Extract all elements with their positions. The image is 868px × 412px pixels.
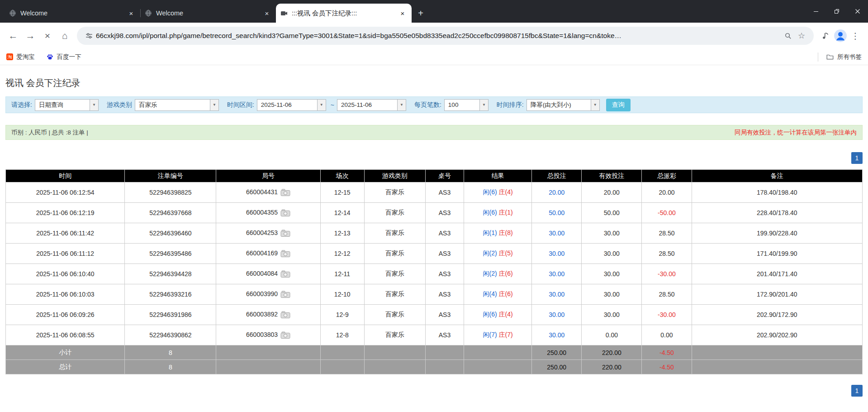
browser-menu-icon[interactable]: ⋮: [847, 28, 863, 44]
all-bookmarks[interactable]: 所有书签: [818, 53, 862, 62]
back-button[interactable]: ←: [5, 27, 22, 44]
total-bet-link[interactable]: 30.00: [532, 264, 582, 284]
tab-close-icon[interactable]: ×: [127, 9, 136, 18]
cell-bet-id: 522946398825: [125, 182, 216, 203]
total-payout: -4.50: [642, 360, 692, 374]
media-controls-icon[interactable]: [817, 28, 834, 44]
tab-title: Welcome: [20, 10, 123, 17]
replay-video-icon[interactable]: [280, 230, 290, 237]
site-info-icon[interactable]: [82, 29, 96, 43]
date-from-value: 2025-11-06: [257, 100, 317, 110]
round-number: 660004431: [246, 188, 278, 196]
cell-valid-bet: 0.00: [582, 325, 642, 345]
page-1-button[interactable]: 1: [851, 152, 863, 164]
game-type-select[interactable]: 百家乐 ▼: [135, 99, 219, 111]
bookmark-star-icon[interactable]: ☆: [795, 29, 808, 43]
page-size-select[interactable]: 100 ▼: [444, 99, 489, 111]
minimize-button[interactable]: [806, 0, 826, 23]
replay-video-icon[interactable]: [280, 311, 290, 319]
forward-button[interactable]: →: [22, 27, 39, 44]
cell-game: 百家乐: [364, 284, 425, 305]
replay-video-icon[interactable]: [280, 291, 290, 298]
filter-label-page-size: 每页笔数:: [414, 101, 441, 109]
aitaobao-favicon-icon: 淘: [6, 53, 13, 60]
chevron-down-icon: ▼: [90, 100, 98, 110]
query-type-select[interactable]: 日期查询 ▼: [35, 99, 99, 111]
new-tab-button[interactable]: +: [413, 6, 428, 20]
home-button[interactable]: ⌂: [56, 27, 73, 44]
total-bet-link[interactable]: 30.00: [532, 244, 582, 264]
tab-bet-records-active[interactable]: :::视讯 会员下注纪录::: ×: [276, 4, 412, 23]
total-bet-link[interactable]: 50.00: [532, 203, 582, 223]
search-button[interactable]: 查询: [606, 99, 631, 111]
cell-remark: 228.40/178.40: [692, 203, 862, 223]
close-button[interactable]: [847, 0, 868, 23]
tab-favicon-camera-icon: [280, 10, 288, 17]
col-bet-id: 注单编号: [125, 170, 216, 182]
total-bet-link[interactable]: 30.00: [532, 325, 582, 345]
stop-loading-button[interactable]: ×: [39, 27, 56, 44]
page-1-button[interactable]: 1: [851, 385, 863, 397]
page-content: 视讯 会员下注纪录 请选择: 日期查询 ▼ 游戏类别 百家乐 ▼ 时间区间: 2…: [0, 65, 868, 397]
banker-result: 庄(7): [499, 331, 513, 338]
tab-welcome-1[interactable]: Welcome ×: [5, 4, 140, 23]
date-to-select[interactable]: 2025-11-06 ▼: [337, 99, 406, 111]
cell-payout: -30.00: [642, 305, 692, 325]
round-number: 660003892: [246, 311, 278, 318]
date-to-value: 2025-11-06: [337, 100, 397, 110]
cell-payout: -50.00: [642, 203, 692, 223]
cell-payout: 28.50: [642, 244, 692, 264]
cell-remark: 172.90/201.40: [692, 284, 862, 305]
table-row: 2025-11-06 06:12:19 522946397668 6600043…: [6, 203, 863, 223]
col-table: 桌号: [425, 170, 464, 182]
tab-close-icon[interactable]: ×: [262, 9, 271, 18]
query-type-value: 日期查询: [35, 100, 90, 110]
col-game: 游戏类别: [364, 170, 425, 182]
cell-payout: 0.00: [642, 325, 692, 345]
cell-bet-id: 522946393216: [125, 284, 216, 305]
profile-avatar[interactable]: [834, 29, 847, 43]
cell-bet-id: 522946391986: [125, 305, 216, 325]
pagination-bottom: 1: [5, 385, 863, 397]
banker-result: 庄(5): [499, 249, 513, 257]
filter-label-sort: 时间排序:: [497, 101, 524, 109]
bookmark-baidu[interactable]: 百度一下: [47, 53, 81, 61]
total-bet-link[interactable]: 30.00: [532, 305, 582, 325]
replay-video-icon[interactable]: [280, 209, 290, 217]
address-bar[interactable]: 66cxkj98.com/ipl/portal.php/game/betreco…: [77, 27, 814, 45]
total-bet-link[interactable]: 20.00: [532, 182, 582, 203]
cell-round: 660004169: [216, 244, 320, 264]
cell-round: 660003892: [216, 305, 320, 325]
cell-result: 闲(7) 庄(7): [464, 325, 532, 345]
replay-video-icon[interactable]: [280, 331, 290, 339]
cell-session: 12-10: [320, 284, 364, 305]
cell-time: 2025-11-06 06:12:54: [6, 182, 125, 203]
round-number: 660004355: [246, 209, 278, 216]
tab-title: :::视讯 会员下注纪录:::: [292, 9, 394, 18]
cell-payout: 28.50: [642, 223, 692, 244]
tab-close-icon[interactable]: ×: [398, 9, 407, 18]
sort-order-select[interactable]: 降幂(由大到小) ▼: [526, 99, 600, 111]
zoom-icon[interactable]: [781, 29, 795, 43]
cell-time: 2025-11-06 06:10:40: [6, 264, 125, 284]
replay-video-icon[interactable]: [280, 250, 290, 258]
cell-table: AS3: [425, 203, 464, 223]
cell-session: 12-14: [320, 203, 364, 223]
total-bet-link[interactable]: 30.00: [532, 284, 582, 305]
restore-button[interactable]: [826, 0, 847, 23]
pagination-top: 1: [5, 152, 863, 164]
bookmark-aitaobao[interactable]: 淘 爱淘宝: [6, 53, 35, 61]
table-row: 2025-11-06 06:10:40 522946394428 6600040…: [6, 264, 863, 284]
subtotal-count: 8: [125, 345, 216, 360]
date-range-separator: ~: [331, 101, 334, 109]
col-result: 结果: [464, 170, 532, 182]
replay-video-icon[interactable]: [280, 189, 290, 196]
cell-round: 660004084: [216, 264, 320, 284]
total-bet-link[interactable]: 30.00: [532, 223, 582, 244]
replay-video-icon[interactable]: [280, 270, 290, 278]
banker-result: 庄(8): [499, 229, 513, 236]
tab-welcome-2[interactable]: Welcome ×: [140, 4, 276, 23]
url-text[interactable]: 66cxkj98.com/ipl/portal.php/game/betreco…: [96, 32, 781, 40]
game-type-value: 百家乐: [135, 100, 210, 110]
date-from-select[interactable]: 2025-11-06 ▼: [257, 99, 326, 111]
